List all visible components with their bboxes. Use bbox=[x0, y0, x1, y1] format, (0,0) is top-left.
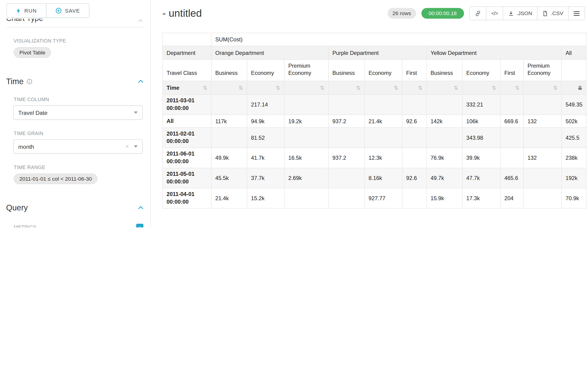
sort-icon[interactable]: ⇅ bbox=[356, 85, 360, 90]
sort-icon[interactable]: ⇅ bbox=[394, 85, 398, 90]
time-column-select[interactable]: Travel Date bbox=[13, 105, 142, 120]
pivot-value-cell: 204 bbox=[500, 188, 524, 208]
pivot-value-cell bbox=[500, 128, 524, 148]
visualization-type-pill[interactable]: Pivot Table bbox=[14, 47, 51, 58]
pivot-sort-cell: ⇅ bbox=[402, 81, 427, 95]
file-icon bbox=[542, 11, 548, 16]
share-link-button[interactable] bbox=[469, 7, 486, 20]
pivot-value-cell: 15.9k bbox=[427, 188, 462, 208]
view-query-button[interactable]: </> bbox=[486, 7, 503, 20]
metrics-label-row: METRICS + bbox=[14, 224, 143, 227]
pivot-value-cell: 549.35 bbox=[561, 95, 586, 115]
save-button-label: SAVE bbox=[65, 8, 80, 14]
chart-type-section-clipped: Chart Type bbox=[6, 19, 144, 24]
sort-icon[interactable]: ⇅ bbox=[553, 85, 557, 90]
sort-icon[interactable]: ⇅ bbox=[515, 85, 519, 90]
chevron-down-icon[interactable] bbox=[134, 111, 137, 114]
pivot-value-cell: 94.9k bbox=[247, 115, 284, 128]
pivot-table: SUM(Cost)DepartmentOrange DepartmentPurp… bbox=[162, 33, 587, 209]
pivot-value-cell: 927.77 bbox=[365, 188, 402, 208]
info-icon[interactable] bbox=[27, 79, 32, 85]
pivot-value-cell bbox=[402, 148, 427, 168]
pivot-column-header: Business bbox=[211, 60, 247, 81]
pivot-department-label: Department bbox=[163, 46, 211, 60]
pivot-value-cell bbox=[524, 128, 562, 148]
save-button[interactable]: SAVE bbox=[46, 4, 89, 17]
pivot-value-cell bbox=[328, 188, 364, 208]
export-csv-button[interactable]: .CSV bbox=[537, 7, 568, 20]
pivot-sort-cell: ⇅ bbox=[328, 81, 364, 95]
pivot-sort-cell: ⇊ bbox=[561, 81, 586, 95]
explore-view: RUN SAVE Chart Type VISUALIZATION TYPE P… bbox=[0, 0, 588, 227]
pivot-value-cell: 70.9k bbox=[561, 188, 586, 208]
pivot-column-group-header: All bbox=[561, 46, 586, 60]
sort-icon[interactable]: ⇅ bbox=[276, 85, 280, 90]
sort-icon[interactable]: ⇅ bbox=[203, 85, 207, 90]
pivot-value-cell bbox=[365, 95, 402, 115]
chevron-up-icon[interactable] bbox=[138, 19, 143, 22]
pivot-value-cell: 937.2 bbox=[328, 115, 364, 128]
pivot-row: 2011-03-01 00:00:00217.14332.21549.35 bbox=[163, 95, 586, 115]
pivot-value-cell: 81.52 bbox=[247, 128, 284, 148]
collapse-chevron-icon[interactable] bbox=[138, 80, 143, 83]
sort-icon[interactable]: ⇅ bbox=[492, 85, 496, 90]
pivot-value-cell bbox=[328, 128, 364, 148]
pivot-column-group-header: Orange Department bbox=[211, 46, 328, 60]
pivot-sort-cell: ⇅ bbox=[524, 81, 562, 95]
collapse-chevron-icon[interactable] bbox=[138, 206, 143, 209]
pivot-value-cell bbox=[402, 188, 427, 208]
code-icon: </> bbox=[491, 11, 498, 16]
time-section-title: Time bbox=[6, 77, 23, 86]
sort-icon[interactable]: ⇅ bbox=[320, 85, 325, 90]
export-button-group: </> .JSON .CSV bbox=[469, 7, 585, 20]
pivot-row: 2011-05-01 00:00:0045.5k37.7k2.69k8.16k9… bbox=[163, 168, 586, 188]
export-json-label: .JSON bbox=[516, 10, 532, 16]
pivot-column-header: Economy bbox=[247, 60, 284, 81]
query-section-title: Query bbox=[6, 203, 28, 212]
pivot-value-cell: 937.2 bbox=[328, 148, 364, 168]
pivot-value-cell: 502k bbox=[561, 115, 586, 128]
pivot-table-container: SUM(Cost)DepartmentOrange DepartmentPurp… bbox=[162, 33, 588, 209]
section-divider bbox=[6, 27, 144, 27]
control-panel: RUN SAVE Chart Type VISUALIZATION TYPE P… bbox=[0, 0, 151, 227]
pivot-value-cell: 465.6 bbox=[500, 168, 524, 188]
pivot-value-cell: 39.9k bbox=[462, 148, 500, 168]
pivot-sort-cell: ⇅ bbox=[500, 81, 524, 95]
pivot-value-cell bbox=[427, 128, 462, 148]
visualization-type-label: VISUALIZATION TYPE bbox=[14, 38, 144, 44]
pivot-value-cell bbox=[402, 95, 427, 115]
menu-button[interactable] bbox=[568, 7, 585, 20]
pivot-corner-blank bbox=[163, 33, 211, 46]
pivot-row-label: 2011-04-01 00:00:00 bbox=[163, 188, 211, 208]
run-button[interactable]: RUN bbox=[7, 4, 46, 17]
sort-icon[interactable]: ⇅ bbox=[239, 85, 243, 90]
chevron-down-icon[interactable] bbox=[134, 145, 137, 148]
pivot-column-header: Economy bbox=[365, 60, 402, 81]
chart-header-actions: 26 rows 00:00:00.18 </> bbox=[388, 7, 585, 20]
run-button-label: RUN bbox=[24, 8, 37, 14]
pivot-row-label: 2011-06-01 00:00:00 bbox=[163, 148, 211, 168]
clear-icon[interactable]: × bbox=[125, 143, 129, 149]
chart-header: - untitled 26 rows 00:00:00.18 </> bbox=[162, 6, 588, 21]
pivot-column-header: First bbox=[500, 60, 524, 81]
pivot-value-cell: 41.7k bbox=[247, 148, 284, 168]
add-metric-button[interactable]: + bbox=[136, 224, 143, 227]
pivot-value-cell bbox=[365, 128, 402, 148]
time-grain-select[interactable]: month × bbox=[13, 139, 142, 154]
pivot-row: 2011-06-01 00:00:0049.9k41.7k16.5k937.21… bbox=[163, 148, 586, 168]
pivot-value-cell: 238k bbox=[561, 148, 586, 168]
pivot-value-cell bbox=[328, 95, 364, 115]
pivot-row-label: 2011-05-01 00:00:00 bbox=[163, 168, 211, 188]
sort-desc-icon[interactable]: ⇊ bbox=[578, 85, 582, 90]
export-json-button[interactable]: .JSON bbox=[503, 7, 537, 20]
sort-icon[interactable]: ⇅ bbox=[418, 85, 422, 90]
pivot-row: 2011-02-01 00:00:0081.52343.98425.5 bbox=[163, 128, 586, 148]
time-range-pill[interactable]: 2011-01-01 ≤ col < 2011-06-30 bbox=[14, 173, 98, 184]
run-save-button-group: RUN SAVE bbox=[7, 3, 89, 18]
pivot-value-cell bbox=[524, 168, 562, 188]
pivot-value-cell: 8.16k bbox=[365, 168, 402, 188]
pivot-sort-cell: ⇅ bbox=[427, 81, 462, 95]
chart-title[interactable]: - untitled bbox=[162, 7, 202, 19]
pivot-value-cell: 343.98 bbox=[462, 128, 500, 148]
sort-icon[interactable]: ⇅ bbox=[454, 85, 458, 90]
